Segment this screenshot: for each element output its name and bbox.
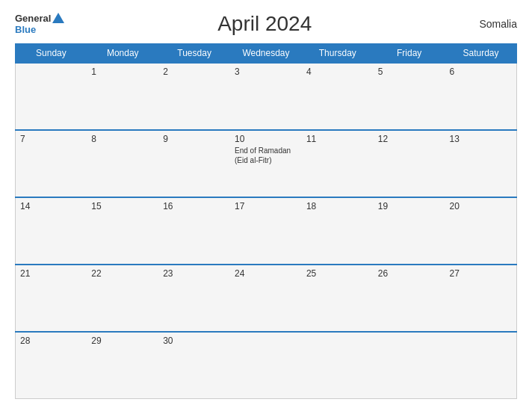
calendar-row: 282930 <box>16 332 517 399</box>
day-number: 14 <box>20 201 82 211</box>
holiday-label: End of Ramadan (Eid al-Fitr) <box>235 146 291 164</box>
calendar-cell: 11 <box>302 130 374 197</box>
weekday-header: Tuesday <box>158 44 230 64</box>
day-number: 22 <box>91 268 154 279</box>
calendar-cell: 28 <box>16 332 87 399</box>
month-title: April 2024 <box>217 12 312 36</box>
calendar-row: 21222324252627 <box>16 265 517 332</box>
calendar-table: SundayMondayTuesdayWednesdayThursdayFrid… <box>15 43 517 399</box>
day-number: 30 <box>163 336 226 346</box>
weekday-row: SundayMondayTuesdayWednesdayThursdayFrid… <box>16 44 517 64</box>
day-number: 16 <box>163 201 226 211</box>
day-number: 23 <box>163 268 226 279</box>
weekday-header: Thursday <box>302 44 374 64</box>
day-number: 10 <box>235 134 297 144</box>
weekday-header: Monday <box>87 44 158 64</box>
day-number: 24 <box>235 268 297 279</box>
calendar-body: 12345678910End of Ramadan (Eid al-Fitr)1… <box>16 63 517 399</box>
calendar-cell: 22 <box>87 265 158 332</box>
day-number: 6 <box>450 67 512 77</box>
day-number: 3 <box>235 67 297 77</box>
day-number: 27 <box>450 268 512 279</box>
day-number: 1 <box>91 67 154 77</box>
calendar-cell: 1 <box>87 63 158 130</box>
day-number: 8 <box>91 134 154 144</box>
calendar-row: 123456 <box>16 63 517 130</box>
calendar-cell: 15 <box>87 197 158 265</box>
calendar-cell: 5 <box>374 63 445 130</box>
calendar-cell: 10End of Ramadan (Eid al-Fitr) <box>230 130 302 197</box>
day-number: 12 <box>378 134 441 144</box>
weekday-header: Sunday <box>16 44 87 64</box>
calendar-cell: 2 <box>158 63 230 130</box>
day-number: 2 <box>163 67 226 77</box>
logo-triangle-icon <box>52 13 64 23</box>
day-number: 25 <box>306 268 369 279</box>
day-number: 17 <box>235 201 297 211</box>
calendar-cell: 16 <box>158 197 230 265</box>
calendar-cell: 3 <box>230 63 302 130</box>
calendar-cell: 26 <box>374 265 445 332</box>
calendar-cell: 6 <box>445 63 517 130</box>
country-label: Somalia <box>465 18 517 30</box>
calendar-cell: 14 <box>16 197 87 265</box>
day-number: 29 <box>91 336 154 346</box>
calendar-cell: 9 <box>158 130 230 197</box>
calendar-cell: 24 <box>230 265 302 332</box>
day-number: 4 <box>306 67 369 77</box>
calendar-cell: 25 <box>302 265 374 332</box>
calendar-cell <box>16 63 87 130</box>
calendar-cell: 18 <box>302 197 374 265</box>
day-number: 15 <box>91 201 154 211</box>
header: General Blue April 2024 Somalia <box>15 12 517 36</box>
day-number: 5 <box>378 67 441 77</box>
logo: General Blue <box>15 13 64 35</box>
day-number: 19 <box>378 201 441 211</box>
calendar-cell: 23 <box>158 265 230 332</box>
calendar-row: 78910End of Ramadan (Eid al-Fitr)111213 <box>16 130 517 197</box>
calendar-cell: 7 <box>16 130 87 197</box>
day-number: 26 <box>378 268 441 279</box>
calendar-cell: 19 <box>374 197 445 265</box>
calendar-cell: 20 <box>445 197 517 265</box>
logo-general-text: General <box>15 13 51 24</box>
calendar-cell: 12 <box>374 130 445 197</box>
calendar-cell: 17 <box>230 197 302 265</box>
day-number: 9 <box>163 134 226 144</box>
calendar-cell: 30 <box>158 332 230 399</box>
weekday-header: Saturday <box>445 44 517 64</box>
calendar-cell: 27 <box>445 265 517 332</box>
weekday-header: Wednesday <box>230 44 302 64</box>
calendar-cell: 21 <box>16 265 87 332</box>
calendar-cell: 4 <box>302 63 374 130</box>
calendar-cell <box>230 332 302 399</box>
day-number: 20 <box>450 201 512 211</box>
page: General Blue April 2024 Somalia SundayMo… <box>0 0 532 411</box>
logo-blue-text: Blue <box>15 25 36 35</box>
calendar-cell <box>302 332 374 399</box>
calendar-cell: 8 <box>87 130 158 197</box>
day-number: 13 <box>450 134 512 144</box>
day-number: 7 <box>20 134 82 144</box>
weekday-header: Friday <box>374 44 445 64</box>
day-number: 21 <box>20 268 82 279</box>
logo-row1: General <box>15 13 64 25</box>
calendar-cell <box>445 332 517 399</box>
calendar-header: SundayMondayTuesdayWednesdayThursdayFrid… <box>16 44 517 64</box>
day-number: 18 <box>306 201 369 211</box>
logo-block: General Blue <box>15 13 64 35</box>
calendar-cell <box>374 332 445 399</box>
calendar-cell: 13 <box>445 130 517 197</box>
day-number: 28 <box>20 336 82 346</box>
day-number: 11 <box>306 134 369 144</box>
calendar-row: 14151617181920 <box>16 197 517 265</box>
calendar-cell: 29 <box>87 332 158 399</box>
